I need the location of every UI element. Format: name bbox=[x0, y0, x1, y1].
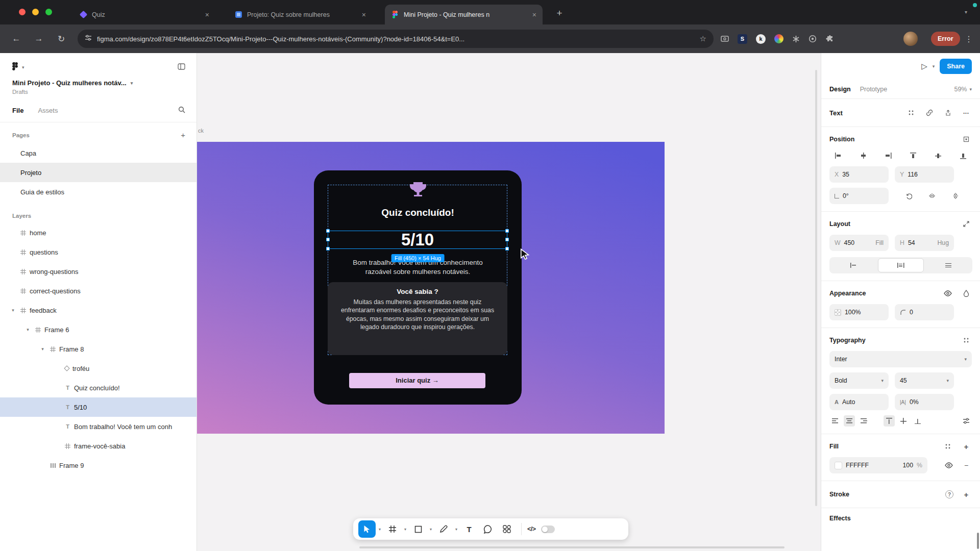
forward-button[interactable]: → bbox=[31, 24, 47, 53]
search-icon[interactable] bbox=[178, 106, 185, 115]
pen-tool-chevron-icon[interactable]: ▾ bbox=[454, 527, 459, 532]
constraints-icon[interactable] bbox=[961, 134, 972, 145]
file-location[interactable]: Drafts bbox=[0, 87, 197, 95]
expand-chevron-icon[interactable]: ▾ bbox=[24, 327, 32, 332]
tab-file[interactable]: File bbox=[12, 107, 23, 114]
rotate-ccw-icon[interactable] bbox=[903, 190, 914, 202]
width-input[interactable]: W450Fill bbox=[829, 235, 889, 251]
font-family-select[interactable]: Inter▾ bbox=[829, 351, 972, 367]
more-options-icon[interactable]: ••• bbox=[961, 107, 972, 118]
dev-mode-icon[interactable]: </> bbox=[527, 525, 536, 533]
share-button[interactable]: Share bbox=[940, 59, 972, 74]
corner-radius-input[interactable]: 0 bbox=[895, 304, 954, 320]
resize-handle[interactable] bbox=[505, 247, 509, 251]
browser-tab-quiz[interactable]: Quiz × bbox=[73, 5, 215, 24]
canvas-vertical-scrollbar[interactable] bbox=[815, 70, 817, 506]
layer-row[interactable]: TQuiz concluído! bbox=[0, 378, 197, 397]
back-button[interactable]: ← bbox=[8, 24, 24, 53]
tab-assets[interactable]: Assets bbox=[38, 107, 58, 114]
screenshot-extension-icon[interactable] bbox=[721, 35, 729, 42]
frame-tool[interactable] bbox=[384, 520, 401, 538]
tab-close-icon[interactable]: × bbox=[205, 11, 209, 19]
align-v-center-icon[interactable] bbox=[933, 150, 944, 161]
font-size-select[interactable]: 45▾ bbox=[895, 372, 954, 389]
vertical-align-bottom-icon[interactable] bbox=[912, 415, 923, 427]
shape-tool-chevron-icon[interactable]: ▾ bbox=[428, 527, 433, 532]
puzzle-extensions-icon[interactable] bbox=[825, 35, 834, 43]
fill-styles-grid-icon[interactable] bbox=[942, 441, 953, 452]
text-align-right-icon[interactable] bbox=[858, 415, 869, 427]
text-align-center-icon[interactable] bbox=[844, 415, 855, 427]
page-item-capa[interactable]: Capa bbox=[0, 143, 197, 163]
browser-tab-projeto[interactable]: Projeto: Quiz sobre mulheres × bbox=[228, 5, 372, 24]
collapse-sidebar-icon[interactable] bbox=[178, 63, 185, 71]
tab-design[interactable]: Design bbox=[829, 86, 851, 93]
browser-menu-icon[interactable]: ⋮ bbox=[965, 24, 973, 53]
align-h-center-icon[interactable] bbox=[857, 150, 869, 161]
page-item-projeto[interactable]: Projeto bbox=[0, 163, 197, 182]
text-align-left-icon[interactable] bbox=[829, 415, 841, 427]
add-page-icon[interactable]: + bbox=[181, 131, 185, 139]
frame-name-label[interactable]: ck bbox=[198, 128, 204, 134]
type-styles-grid-icon[interactable] bbox=[961, 335, 972, 346]
layer-row[interactable]: ▾Frame 6 bbox=[0, 320, 197, 339]
stroke-help-icon[interactable]: ? bbox=[945, 490, 953, 498]
layer-row[interactable]: frame-você-sabia bbox=[0, 436, 197, 456]
layer-row[interactable]: ▾Frame 8 bbox=[0, 339, 197, 359]
align-top-icon[interactable] bbox=[908, 150, 919, 161]
traffic-close-button[interactable] bbox=[19, 9, 26, 15]
address-bar[interactable]: figma.com/design/zo878EP4t6etIdozZ5TOcq/… bbox=[78, 30, 714, 48]
height-input[interactable]: H54Hug bbox=[895, 235, 954, 251]
frame-tool-chevron-icon[interactable]: ▾ bbox=[403, 527, 408, 532]
opacity-input[interactable]: 100% bbox=[829, 304, 889, 320]
layer-row-selected[interactable]: T5/10 bbox=[0, 397, 197, 417]
bookmark-star-icon[interactable]: ☆ bbox=[700, 34, 706, 43]
quiz-result-card[interactable]: Quiz concluído! 5/10 Fill (450) × 54 Hug… bbox=[314, 170, 522, 405]
fixed-size-icon[interactable] bbox=[925, 257, 972, 273]
vertical-align-middle-icon[interactable] bbox=[898, 415, 909, 427]
layer-row[interactable]: troféu bbox=[0, 359, 197, 378]
file-title-chevron-icon[interactable]: ▾ bbox=[131, 81, 133, 86]
droplet-icon[interactable] bbox=[961, 288, 972, 299]
align-right-icon[interactable] bbox=[883, 150, 894, 161]
zoom-control[interactable]: 59%▾ bbox=[954, 86, 972, 93]
move-tool-chevron-icon[interactable]: ▾ bbox=[377, 527, 382, 532]
link-icon[interactable] bbox=[924, 107, 935, 118]
gear-extension-icon[interactable] bbox=[792, 35, 800, 43]
text-tool[interactable]: T bbox=[460, 520, 478, 538]
resize-handle[interactable] bbox=[326, 247, 330, 251]
add-fill-icon[interactable]: + bbox=[961, 441, 972, 452]
figma-logo[interactable] bbox=[12, 62, 18, 72]
reload-button[interactable]: ↻ bbox=[53, 24, 69, 53]
fill-container-icon[interactable] bbox=[878, 258, 923, 272]
tab-close-icon[interactable]: × bbox=[532, 11, 536, 19]
dev-mode-toggle[interactable] bbox=[541, 525, 555, 533]
export-icon[interactable] bbox=[942, 107, 953, 118]
tab-prototype[interactable]: Prototype bbox=[860, 86, 888, 93]
tab-close-icon[interactable]: × bbox=[362, 11, 366, 19]
styles-grid-icon[interactable] bbox=[905, 107, 917, 118]
remove-fill-icon[interactable]: − bbox=[961, 460, 972, 471]
resize-handle[interactable] bbox=[326, 229, 330, 233]
fill-color-swatch[interactable] bbox=[835, 462, 842, 469]
resize-handle[interactable] bbox=[326, 238, 330, 241]
panel-scrollbar[interactable] bbox=[977, 533, 979, 549]
expand-icon[interactable] bbox=[961, 218, 972, 230]
colorwheel-extension-icon[interactable] bbox=[774, 34, 783, 43]
profile-avatar[interactable] bbox=[903, 32, 918, 46]
rotation-input[interactable]: 0° bbox=[829, 188, 889, 204]
align-left-icon[interactable] bbox=[832, 150, 844, 161]
layer-row[interactable]: home bbox=[0, 223, 197, 242]
browser-tab-mini-projeto[interactable]: Mini Projeto - Quiz mulheres n × bbox=[385, 5, 543, 24]
s-extension-icon[interactable]: S bbox=[738, 34, 747, 44]
canvas[interactable]: ck Quiz concluído! 5/10 Fill (450) × bbox=[197, 53, 821, 551]
flip-horizontal-icon[interactable] bbox=[926, 190, 938, 202]
pen-tool[interactable] bbox=[435, 520, 452, 538]
new-tab-button[interactable]: + bbox=[552, 6, 567, 20]
did-you-know-panel[interactable]: Você sabia ? Muitas das mulheres apresen… bbox=[328, 282, 507, 355]
canvas-horizontal-scrollbar[interactable] bbox=[359, 546, 785, 548]
resize-handle[interactable] bbox=[505, 238, 509, 241]
move-tool[interactable] bbox=[358, 520, 376, 538]
layer-row[interactable]: questions bbox=[0, 242, 197, 262]
font-weight-select[interactable]: Bold▾ bbox=[829, 372, 889, 389]
